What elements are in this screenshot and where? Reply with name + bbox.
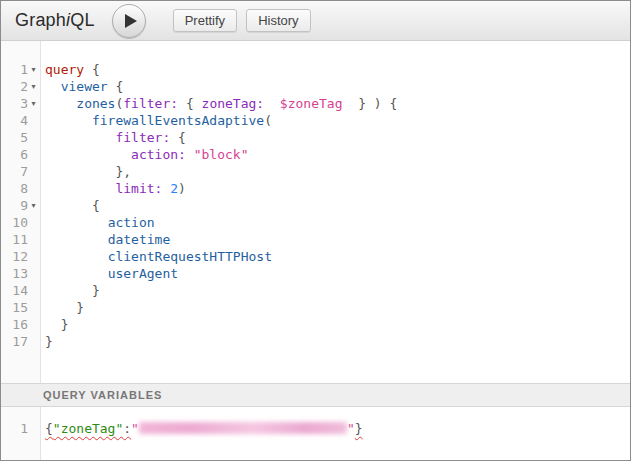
line-number: 7 xyxy=(20,163,28,180)
code-token: } xyxy=(61,317,69,332)
code-line: } xyxy=(45,316,630,333)
code-token: userAgent xyxy=(108,266,178,281)
code-token: } xyxy=(76,300,84,315)
code-token xyxy=(45,249,108,264)
code-token: } xyxy=(355,421,363,436)
play-icon xyxy=(125,14,137,28)
fold-arrow-icon[interactable]: ▾ xyxy=(28,78,39,95)
fold-arrow-icon[interactable]: ▾ xyxy=(28,61,39,78)
code-line: } xyxy=(45,282,630,299)
code-token xyxy=(45,96,76,111)
query-code-area[interactable]: query { viewer { zones(filter: { zoneTag… xyxy=(41,41,630,383)
gutter-row: 8 xyxy=(1,180,40,197)
code-token: } xyxy=(45,334,53,349)
code-token: "block" xyxy=(194,147,249,162)
code-line: } xyxy=(45,299,630,316)
prettify-button[interactable]: Prettify xyxy=(173,9,237,32)
query-variables-header[interactable]: QUERY VARIABLES xyxy=(1,383,630,407)
code-token xyxy=(45,130,115,145)
gutter-row: 12 xyxy=(1,248,40,265)
code-token: action: xyxy=(131,147,186,162)
code-token: " xyxy=(131,421,139,436)
line-number: 13 xyxy=(12,265,28,282)
code-token xyxy=(186,147,194,162)
line-number: 16 xyxy=(12,316,28,333)
logo-text: Graph xyxy=(15,10,66,30)
code-token xyxy=(45,181,115,196)
code-token xyxy=(264,96,280,111)
code-token: zoneTag: xyxy=(202,96,265,111)
code-token: ( xyxy=(264,113,272,128)
gutter-row: 15 xyxy=(1,299,40,316)
code-line: zones(filter: { zoneTag: $zoneTag } ) { xyxy=(45,95,630,112)
gutter-row: 7 xyxy=(1,163,40,180)
gutter-row: 17 xyxy=(1,333,40,350)
line-number: 14 xyxy=(12,282,28,299)
code-token: $zoneTag xyxy=(280,96,343,111)
gutter-row: 10 xyxy=(1,214,40,231)
code-token: query xyxy=(45,62,84,77)
code-token: { xyxy=(178,130,186,145)
line-number: 15 xyxy=(12,299,28,316)
code-token: filter: xyxy=(123,96,178,111)
code-token xyxy=(45,147,131,162)
code-token: { xyxy=(45,421,53,436)
code-token: { xyxy=(108,79,124,94)
line-number: 1 xyxy=(20,420,28,437)
code-line: filter: { xyxy=(45,129,630,146)
code-line: userAgent xyxy=(45,265,630,282)
code-token: 2 xyxy=(170,181,178,196)
code-token: clientRequestHTTPHost xyxy=(108,249,272,264)
code-token xyxy=(45,283,92,298)
query-line-number-gutter: 1▾2▾3▾456789▾1011121314151617 xyxy=(1,41,41,383)
code-token: }, xyxy=(115,164,131,179)
code-token xyxy=(45,232,108,247)
code-token xyxy=(45,300,76,315)
gutter-row: 16 xyxy=(1,316,40,333)
execute-query-button[interactable] xyxy=(112,4,146,38)
redacted-value xyxy=(139,422,347,434)
code-token xyxy=(342,96,358,111)
code-line: action: "block" xyxy=(45,146,630,163)
code-token xyxy=(45,79,61,94)
line-number: 11 xyxy=(12,231,28,248)
code-token xyxy=(45,164,115,179)
code-token xyxy=(45,215,108,230)
topbar: GraphiQL Prettify History xyxy=(1,1,630,41)
code-line: } xyxy=(45,333,630,350)
fold-arrow-icon[interactable]: ▾ xyxy=(28,197,39,214)
code-line: datetime xyxy=(45,231,630,248)
gutter-row: 11 xyxy=(1,231,40,248)
code-token: viewer xyxy=(61,79,108,94)
code-token xyxy=(45,113,92,128)
gutter-row: 14 xyxy=(1,282,40,299)
gutter-row: 6 xyxy=(1,146,40,163)
code-token: zones xyxy=(76,96,115,111)
code-token xyxy=(45,266,108,281)
code-line: limit: 2) xyxy=(45,180,630,197)
code-token: : xyxy=(123,421,131,436)
code-line: }, xyxy=(45,163,630,180)
line-number: 10 xyxy=(12,214,28,231)
code-token: { xyxy=(186,96,194,111)
code-line: action xyxy=(45,214,630,231)
code-token xyxy=(178,96,186,111)
code-token: { xyxy=(84,62,100,77)
fold-arrow-icon[interactable]: ▾ xyxy=(28,95,39,112)
code-token: filter: xyxy=(115,130,170,145)
query-editor[interactable]: 1▾2▾3▾456789▾1011121314151617 query { vi… xyxy=(1,41,630,383)
app-logo: GraphiQL xyxy=(15,10,95,31)
code-token: limit: xyxy=(115,181,162,196)
code-token xyxy=(45,198,92,213)
variables-editor[interactable]: 1 {"zoneTag":""} xyxy=(1,407,630,460)
variables-code-area[interactable]: {"zoneTag":""} xyxy=(41,407,630,460)
code-token: " xyxy=(347,421,355,436)
graphiql-window: GraphiQL Prettify History 1▾2▾3▾456789▾1… xyxy=(0,0,631,461)
gutter-row: 2▾ xyxy=(1,78,40,95)
logo-text: QL xyxy=(70,10,94,30)
code-token: ) xyxy=(178,181,186,196)
history-button[interactable]: History xyxy=(246,9,310,32)
code-token: { xyxy=(92,198,100,213)
line-number: 4 xyxy=(20,112,28,129)
gutter-row: 5 xyxy=(1,129,40,146)
